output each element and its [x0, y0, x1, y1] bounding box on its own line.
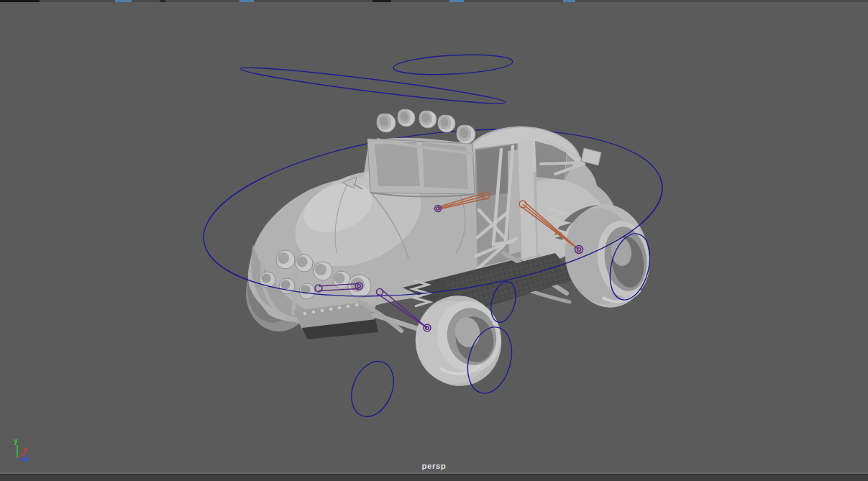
camera-name-label: persp	[0, 462, 868, 470]
toolbar-segment	[563, 0, 575, 2]
toolbar-segment	[239, 0, 254, 2]
upper-control-curves[interactable]	[239, 52, 513, 109]
axis-gizmo: y x z	[14, 437, 29, 462]
axis-z-label: z	[24, 453, 28, 461]
viewport-canvas[interactable]: y x z	[0, 0, 868, 481]
axis-y-label: y	[14, 437, 18, 445]
toolbar-segment	[160, 0, 165, 2]
top-edge-toolbar-sliver	[0, 0, 868, 2]
bottom-bar	[0, 474, 868, 481]
toolbar-segment	[0, 0, 40, 2]
buggy-model[interactable]	[246, 107, 655, 394]
toolbar-segment	[449, 0, 464, 2]
viewport[interactable]: y x z persp	[0, 0, 868, 481]
toolbar-segment	[373, 0, 391, 2]
toolbar-segment	[115, 0, 132, 2]
